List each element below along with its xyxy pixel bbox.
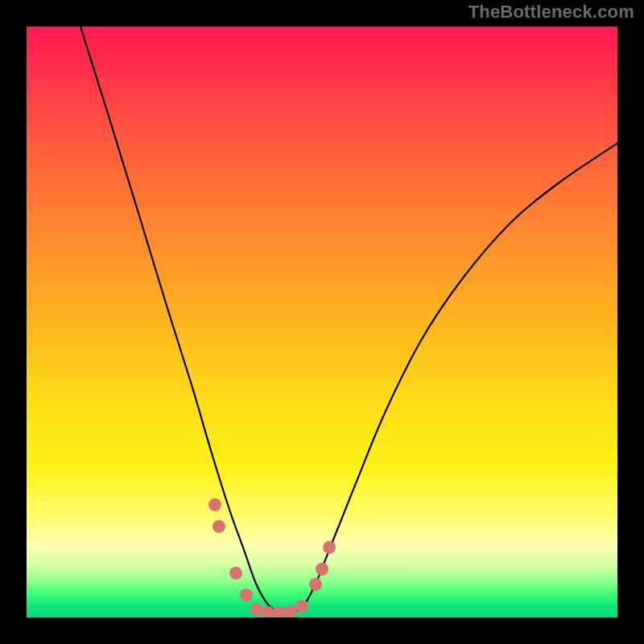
curve-path xyxy=(80,27,617,613)
curve-marker xyxy=(316,563,328,576)
curve-marker xyxy=(284,605,297,617)
curve-marker xyxy=(213,520,225,533)
watermark-label: TheBottleneck.com xyxy=(469,2,634,23)
curve-marker xyxy=(229,567,242,580)
plot-area xyxy=(27,27,617,617)
curve-marker xyxy=(309,578,322,591)
curve-marker xyxy=(273,606,286,617)
curve-marker xyxy=(208,498,221,511)
curve-marker xyxy=(250,603,263,616)
curve-markers xyxy=(208,498,336,617)
curve-marker xyxy=(323,541,336,554)
bottleneck-curve xyxy=(27,27,617,617)
curve-marker xyxy=(240,588,253,601)
curve-marker xyxy=(295,600,308,613)
chart-canvas: TheBottleneck.com xyxy=(0,0,644,644)
